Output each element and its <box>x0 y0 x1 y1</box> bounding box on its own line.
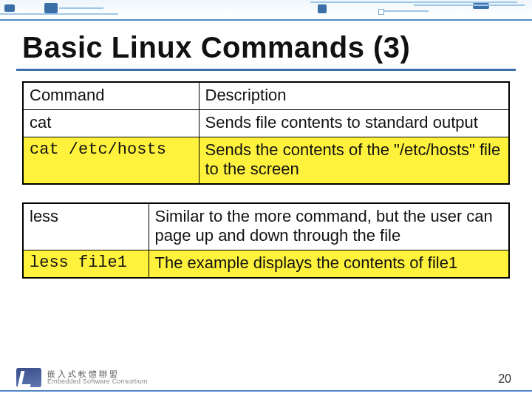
footer-logo: 嵌入式軟體聯盟 Embedded Software Consortium <box>16 368 148 387</box>
table-row: cat Sends file contents to standard outp… <box>23 110 509 137</box>
table-row: less Similar to the more command, but th… <box>23 203 509 250</box>
header-description: Description <box>199 82 509 110</box>
footer-accent-line <box>0 390 532 392</box>
header-command: Command <box>23 82 199 110</box>
desc-cell: Sends the contents of the "/etc/hosts" f… <box>199 137 509 185</box>
org-name-en: Embedded Software Consortium <box>47 378 148 385</box>
cmd-cell: less file1 <box>23 250 149 279</box>
logo-mark-icon <box>16 368 41 387</box>
table-row: cat /etc/hosts Sends the contents of the… <box>23 137 509 185</box>
content-area: Command Description cat Sends file conte… <box>0 71 532 279</box>
desc-cell: Sends file contents to standard output <box>199 110 509 137</box>
table-row: less file1 The example displays the cont… <box>23 250 509 279</box>
top-decoration <box>0 0 532 21</box>
table-header-row: Command Description <box>23 82 509 110</box>
cmd-cell: cat /etc/hosts <box>23 137 199 185</box>
cmd-cell: less <box>23 203 149 250</box>
cmd-cell: cat <box>23 110 199 137</box>
commands-table-1: Command Description cat Sends file conte… <box>22 81 510 185</box>
desc-cell: Similar to the more command, but the use… <box>149 203 509 250</box>
desc-cell: The example displays the contents of fil… <box>149 250 509 279</box>
footer: 嵌入式軟體聯盟 Embedded Software Consortium 20 <box>0 365 532 392</box>
commands-table-2: less Similar to the more command, but th… <box>22 202 510 279</box>
logo-text: 嵌入式軟體聯盟 Embedded Software Consortium <box>47 370 148 385</box>
page-number: 20 <box>498 372 511 386</box>
slide-title: Basic Linux Commands (3) <box>0 21 532 69</box>
